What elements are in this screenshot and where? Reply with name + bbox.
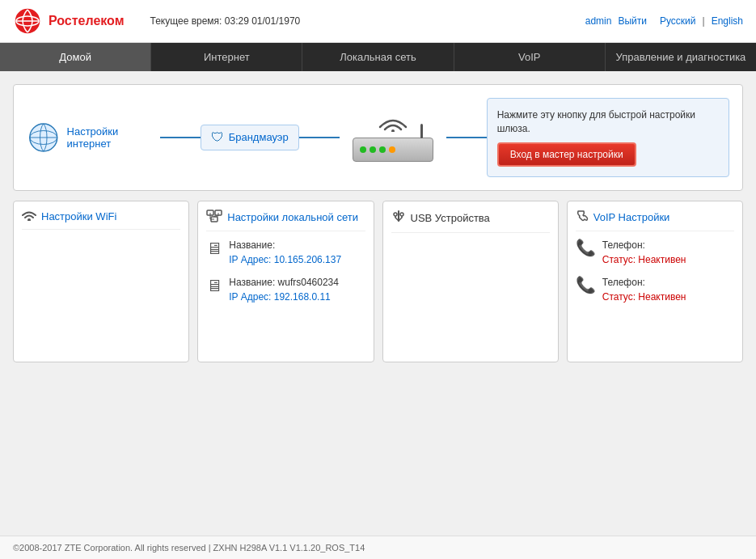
nav-management[interactable]: Управление и диагностика bbox=[606, 43, 756, 71]
nav-home[interactable]: Домой bbox=[0, 43, 151, 71]
wifi-panel-title: Настройки WiFi bbox=[22, 210, 180, 230]
wifi-settings-link[interactable]: Настройки WiFi bbox=[41, 210, 116, 222]
main-content: Настройки интернет 🛡 Брандмауэр bbox=[0, 71, 756, 536]
voip-panel-title: VoIP Настройки bbox=[576, 210, 734, 231]
svg-point-17 bbox=[394, 213, 397, 216]
phone-icon-2: 📞 bbox=[576, 275, 596, 294]
led-1 bbox=[360, 146, 366, 153]
header-right: admin Выйти Русский | English bbox=[585, 15, 743, 27]
router-area bbox=[353, 112, 433, 162]
nav-lan[interactable]: Локальная сеть bbox=[302, 43, 454, 71]
led-3 bbox=[379, 146, 386, 153]
led-4 bbox=[389, 146, 395, 153]
lan-settings-link[interactable]: Настройки локальной сети bbox=[227, 211, 358, 223]
top-panel: Настройки интернет 🛡 Брандмауэр bbox=[13, 84, 743, 191]
voip-entry-1: 📞 Телефон: Статус: Неактивен bbox=[576, 238, 734, 267]
voip-info-2: Телефон: Статус: Неактивен bbox=[602, 275, 686, 304]
voip-info-1: Телефон: Статус: Неактивен bbox=[602, 238, 686, 267]
usb-panel-title: USB Устройства bbox=[391, 210, 550, 233]
lan-info-2: Название: wufrs0460234 IP Адрес: 192.168… bbox=[229, 275, 339, 304]
wifi-panel: Настройки WiFi bbox=[13, 201, 189, 362]
svg-point-8 bbox=[27, 218, 31, 221]
shield-icon: 🛡 bbox=[211, 130, 224, 145]
lang-pipe: | bbox=[703, 15, 705, 27]
voip-panel: VoIP Настройки 📞 Телефон: Статус: Неакти… bbox=[567, 201, 743, 362]
quick-setup-text: Нажмите эту кнопку для быстрой настройки… bbox=[497, 108, 719, 136]
lan-info-1: Название: IP Адрес: 10.165.206.137 bbox=[229, 238, 341, 267]
firewall-link[interactable]: Брандмауэр bbox=[229, 131, 289, 143]
internet-settings-link[interactable]: Настройки интернет bbox=[67, 125, 160, 150]
usb-panel: USB Устройства bbox=[382, 201, 559, 362]
globe-icon bbox=[27, 120, 61, 155]
voip-icon bbox=[576, 210, 589, 226]
lan-panel-title: Настройки локальной сети bbox=[206, 210, 365, 231]
router-antenna bbox=[420, 124, 423, 138]
computer-icon-2: 🖥 bbox=[206, 277, 222, 295]
lang-en-link[interactable]: English bbox=[712, 15, 743, 27]
voip-entry-2: 📞 Телефон: Статус: Неактивен bbox=[576, 275, 734, 304]
bottom-panels: Настройки WiFi bbox=[13, 201, 743, 362]
logo-text: Ростелеком bbox=[49, 14, 125, 28]
lan-icon bbox=[206, 210, 222, 226]
quick-setup-panel: Нажмите эту кнопку для быстрой настройки… bbox=[487, 98, 729, 177]
admin-link[interactable]: admin bbox=[585, 15, 612, 27]
usb-icon bbox=[391, 210, 406, 227]
lan-panel: Настройки локальной сети 🖥 Название: IP … bbox=[197, 201, 374, 362]
lang-ru-link[interactable]: Русский bbox=[660, 15, 696, 27]
footer-copyright: ©2008-2017 ZTE Corporation. All rights r… bbox=[13, 543, 365, 553]
internet-section: Настройки интернет bbox=[27, 120, 160, 155]
lan-entry-1: 🖥 Название: IP Адрес: 10.165.206.137 bbox=[206, 238, 365, 267]
logout-link[interactable]: Выйти bbox=[618, 15, 647, 27]
nav-voip[interactable]: VoIP bbox=[454, 43, 606, 71]
svg-point-7 bbox=[391, 129, 395, 132]
firewall-box: 🛡 Брандмауэр bbox=[201, 125, 299, 150]
computer-icon-1: 🖥 bbox=[206, 239, 222, 258]
current-time: Текущее время: 03:29 01/01/1970 bbox=[150, 15, 301, 27]
logo-area: Ростелеком Текущее время: 03:29 01/01/19… bbox=[13, 6, 300, 36]
phone-icon-1: 📞 bbox=[576, 238, 596, 257]
connector-left bbox=[160, 137, 201, 138]
nav-internet[interactable]: Интернет bbox=[151, 43, 302, 71]
voip-settings-link[interactable]: VoIP Настройки bbox=[593, 211, 670, 223]
connector-mid bbox=[299, 137, 340, 138]
logo-icon bbox=[13, 6, 42, 36]
wifi-icon bbox=[22, 210, 36, 224]
lan-entry-2: 🖥 Название: wufrs0460234 IP Адрес: 192.1… bbox=[206, 275, 365, 304]
usb-title-text: USB Устройства bbox=[411, 212, 490, 224]
router-body bbox=[353, 138, 433, 162]
wizard-button[interactable]: Вход в мастер настройки bbox=[497, 142, 636, 167]
footer: ©2008-2017 ZTE Corporation. All rights r… bbox=[0, 536, 756, 559]
header: Ростелеком Текущее время: 03:29 01/01/19… bbox=[0, 0, 756, 43]
wifi-signal-icon bbox=[377, 112, 409, 136]
connector-right bbox=[446, 137, 487, 138]
svg-point-18 bbox=[400, 213, 403, 216]
navigation: Домой Интернет Локальная сеть VoIP Управ… bbox=[0, 43, 756, 71]
led-2 bbox=[370, 146, 376, 153]
